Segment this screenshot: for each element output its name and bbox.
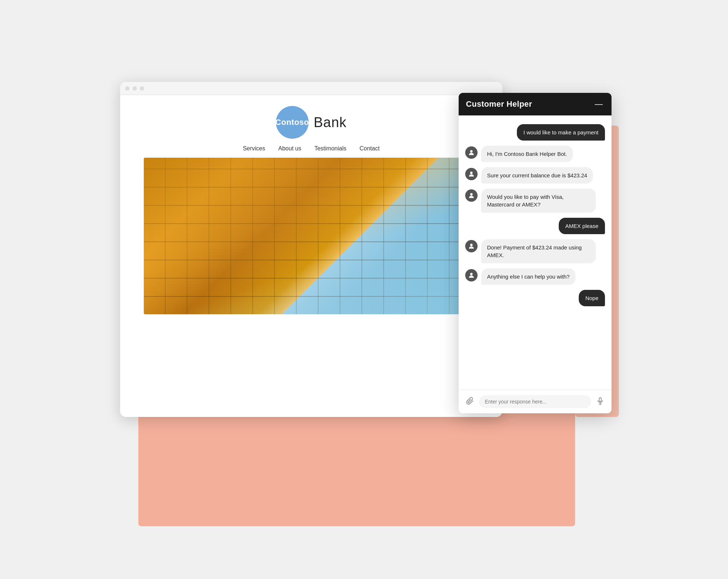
nav-services[interactable]: Services [243, 145, 265, 152]
voice-button[interactable] [595, 395, 606, 408]
hero-building-image [144, 158, 479, 314]
svg-point-4 [470, 273, 473, 275]
svg-point-0 [470, 150, 473, 153]
deco-rect-main [138, 402, 575, 526]
svg-point-2 [470, 193, 473, 196]
svg-point-1 [470, 172, 473, 174]
bank-nav: Services About us Testimonials Contact [243, 145, 380, 152]
browser-topbar [120, 82, 502, 95]
nav-testimonials[interactable]: Testimonials [314, 145, 347, 152]
chat-message-bot-7: Anything else I can help you with? [481, 268, 575, 285]
microphone-icon [596, 397, 604, 405]
chat-message-user-5: AMEX please [559, 218, 605, 234]
bot-avatar-7 [465, 269, 478, 281]
chat-title: Customer Helper [466, 99, 532, 109]
bank-logo-row: Contoso Bank [276, 106, 347, 139]
nav-contact[interactable]: Contact [360, 145, 380, 152]
browser-content: Contoso Bank Services About us Testimoni… [120, 95, 502, 314]
bot-avatar-icon-6 [468, 243, 475, 250]
chat-header: Customer Helper — [459, 93, 612, 115]
bot-avatar-icon-3 [468, 170, 475, 178]
chat-message-bot-row-6: Done! Payment of $423.24 made using AMEX… [465, 239, 605, 263]
browser-dot-yellow [132, 86, 137, 91]
chat-text-input[interactable] [479, 395, 591, 408]
browser-window: Contoso Bank Services About us Testimoni… [120, 82, 502, 417]
chat-message-bot-4: Would you like to pay with Visa, Masterc… [481, 189, 596, 213]
bank-header: Contoso Bank Services About us Testimoni… [120, 95, 502, 158]
bank-hero [144, 158, 479, 314]
chat-message-user-1: I would like to make a payment [517, 124, 605, 141]
chat-message-bot-row-3: Sure your current balance due is $423.24 [465, 167, 605, 184]
chat-message-bot-6: Done! Payment of $423.24 made using AMEX… [481, 239, 596, 263]
bot-avatar-3 [465, 168, 478, 180]
browser-dot-green [140, 86, 144, 91]
chat-message-bot-row-4: Would you like to pay with Visa, Masterc… [465, 189, 605, 213]
attach-icon [466, 397, 474, 405]
bot-avatar-6 [465, 240, 478, 252]
attach-button[interactable] [464, 395, 475, 408]
bank-logo-text: Contoso [275, 118, 309, 127]
chat-message-bot-3: Sure your current balance due is $423.24 [481, 167, 593, 184]
chat-message-user-8: Nope [579, 290, 605, 306]
nav-about[interactable]: About us [278, 145, 301, 152]
chat-widget: Customer Helper — I would like to make a… [459, 93, 612, 413]
chat-message-bot-row-7: Anything else I can help you with? [465, 268, 605, 285]
bot-avatar-icon-2 [468, 149, 475, 156]
svg-point-3 [470, 244, 473, 246]
bot-avatar-icon-4 [468, 192, 475, 199]
bot-avatar-icon-7 [468, 272, 475, 279]
svg-rect-5 [599, 397, 601, 401]
chat-minimize-button[interactable]: — [593, 100, 604, 108]
bot-avatar-2 [465, 146, 478, 159]
bank-logo-circle: Contoso [276, 106, 309, 139]
chat-input-area [459, 390, 612, 413]
bot-avatar-4 [465, 189, 478, 202]
browser-dot-red [125, 86, 130, 91]
chat-messages: I would like to make a payment Hi, I'm C… [459, 115, 612, 390]
chat-message-bot-2: Hi, I'm Contoso Bank Helper Bot. [481, 146, 573, 162]
bank-name: Bank [314, 115, 347, 130]
scene: Contoso Bank Services About us Testimoni… [109, 53, 619, 526]
chat-message-bot-row-2: Hi, I'm Contoso Bank Helper Bot. [465, 146, 605, 162]
